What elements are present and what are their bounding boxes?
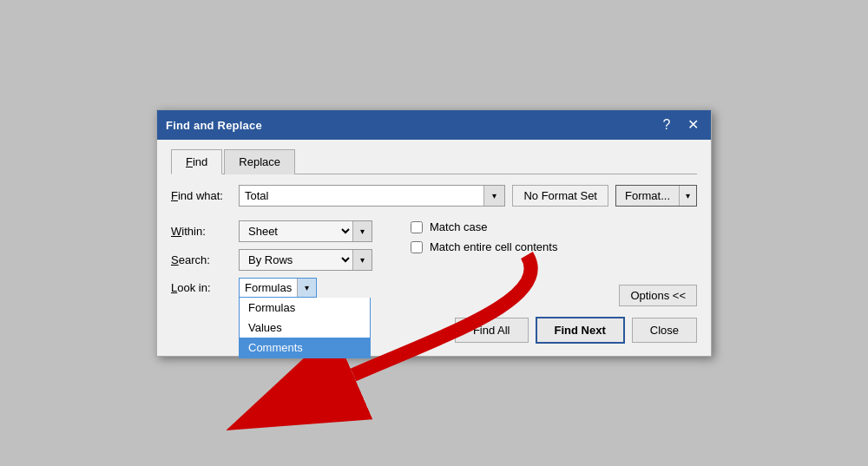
right-options: Match case Match entire cell contents Op… (411, 220, 697, 306)
find-next-button[interactable]: Find Next (536, 317, 625, 344)
tab-replace-label: Replace (239, 155, 280, 168)
lookin-dropdown-menu: Formulas Values Comments (239, 298, 371, 358)
find-what-label: Find what: (171, 189, 232, 202)
find-what-row: Find what: ▾ No Format Set Format... ▾ (171, 185, 697, 207)
within-select[interactable]: Sheet (240, 221, 352, 241)
within-row: Within: Sheet ▾ (171, 220, 397, 242)
find-input[interactable] (240, 186, 483, 206)
dialog-body: Find Replace Find what: ▾ No Format Set … (157, 140, 711, 356)
options-section: Within: Sheet ▾ Search: B (171, 220, 697, 306)
tab-bar: Find Replace (171, 148, 697, 174)
match-contents-row: Match entire cell contents (411, 240, 697, 253)
options-button[interactable]: Options << (619, 285, 697, 306)
lookin-option-comments[interactable]: Comments (240, 338, 370, 358)
format-dropdown-arrow[interactable]: ▾ (679, 186, 696, 206)
tab-find-label: Find (186, 155, 207, 168)
search-select[interactable]: By Rows (240, 250, 352, 270)
left-options: Within: Sheet ▾ Search: B (171, 220, 397, 306)
lookin-select-box: Formulas ▾ (239, 278, 317, 298)
match-case-row: Match case (411, 220, 697, 233)
lookin-wrapper: Formulas ▾ Formulas Values Comments (239, 278, 317, 298)
lookin-row: Look in: Formulas ▾ Formulas Values Comm… (171, 278, 397, 298)
match-case-label: Match case (430, 220, 487, 233)
lookin-arrow-button[interactable]: ▾ (297, 279, 316, 297)
search-row: Search: By Rows ▾ (171, 249, 397, 271)
search-select-wrapper: By Rows ▾ (239, 249, 372, 271)
close-dialog-button[interactable]: Close (632, 318, 697, 343)
search-arrow: ▾ (352, 250, 372, 270)
main-content-area: Within: Sheet ▾ Search: B (171, 220, 697, 306)
search-label: Search: (171, 253, 232, 266)
lookin-current-value: Formulas (240, 279, 297, 297)
find-input-wrapper: ▾ (239, 185, 505, 207)
match-contents-label: Match entire cell contents (430, 240, 557, 253)
match-case-checkbox[interactable] (411, 221, 423, 233)
lookin-option-values[interactable]: Values (240, 318, 370, 338)
lookin-option-formulas[interactable]: Formulas (240, 298, 370, 318)
tab-find[interactable]: Find (171, 149, 222, 174)
within-arrow: ▾ (352, 221, 372, 241)
find-replace-dialog: Find and Replace ? ✕ Find Replace Find w… (156, 109, 712, 357)
format-main-button[interactable]: Format... (616, 186, 679, 206)
format-button-group: Format... ▾ (615, 185, 697, 207)
find-input-dropdown-button[interactable]: ▾ (483, 186, 504, 206)
close-button[interactable]: ✕ (683, 115, 702, 135)
within-label: Within: (171, 225, 232, 238)
within-select-wrapper: Sheet ▾ (239, 220, 372, 242)
lookin-label: Look in: (171, 281, 232, 294)
title-bar: Find and Replace ? ✕ (157, 110, 711, 140)
no-format-button[interactable]: No Format Set (512, 185, 608, 207)
dialog-title: Find and Replace (166, 119, 262, 132)
help-button[interactable]: ? (657, 115, 676, 135)
title-controls: ? ✕ (657, 115, 702, 135)
tab-replace[interactable]: Replace (224, 149, 295, 174)
match-contents-checkbox[interactable] (411, 241, 423, 253)
find-all-button[interactable]: Find All (455, 318, 529, 343)
